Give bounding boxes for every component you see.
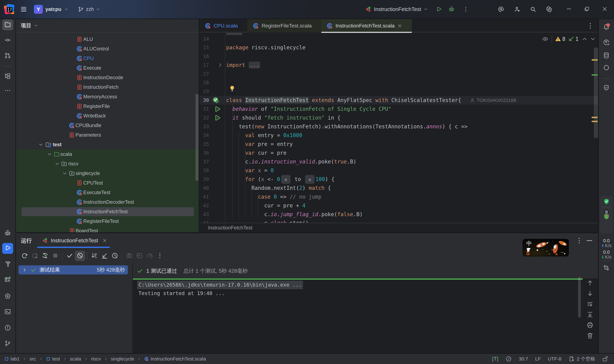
run-toolbar-stop[interactable] bbox=[50, 251, 60, 261]
translate-plugin-badge[interactable]: [T] bbox=[492, 356, 498, 362]
tree-item-ALUControl[interactable]: ALUControl bbox=[16, 44, 199, 54]
tree-item-Parameters[interactable]: Parameters bbox=[16, 130, 199, 140]
run-toolbar-rerun[interactable] bbox=[19, 251, 30, 261]
line-separator[interactable]: LF bbox=[535, 356, 541, 362]
status-crumb-riscv[interactable]: riscv bbox=[91, 356, 101, 362]
tree-item-ALU[interactable]: ALU bbox=[16, 35, 199, 44]
test-passed-gutter-icon[interactable] bbox=[212, 96, 220, 104]
status-crumb-InstructionFetchTest.scala[interactable]: InstructionFetchTest.scala bbox=[144, 356, 206, 362]
caret-position[interactable]: 30:7 bbox=[519, 356, 528, 362]
code-editor[interactable]: 1415package riscv.singlecycle1617import.… bbox=[199, 33, 598, 223]
console-print[interactable] bbox=[586, 322, 594, 329]
tool-stripe-ai-assistant[interactable] bbox=[601, 37, 612, 48]
console-scrollbar[interactable] bbox=[578, 277, 581, 318]
tree-item-CPU[interactable]: CPU bbox=[16, 54, 199, 63]
console-output[interactable]: C:\Users\26586\.jdks\temurin-17.0.16\bin… bbox=[133, 280, 598, 355]
console-clear[interactable] bbox=[586, 332, 594, 339]
tree-item-ExecuteTest[interactable]: ExecuteTest bbox=[16, 188, 199, 197]
folded-imports[interactable]: ... bbox=[249, 62, 260, 68]
run-toolbar-show-passed[interactable] bbox=[65, 251, 75, 261]
test-result-row[interactable]: 测试结果 5秒 428毫秒 bbox=[18, 265, 128, 274]
console-scroll-down[interactable] bbox=[586, 290, 594, 297]
main-menu-button[interactable] bbox=[18, 3, 30, 15]
file-encoding[interactable]: UTF-8 bbox=[548, 356, 561, 362]
chevron-down-icon[interactable] bbox=[38, 142, 43, 147]
tree-item-CPUBundle[interactable]: CPUBundle bbox=[16, 121, 199, 130]
tree-item-riscv[interactable]: riscv bbox=[16, 159, 199, 169]
tool-stripe-terminal[interactable] bbox=[2, 307, 13, 317]
run-toolbar-rerun-failed[interactable] bbox=[30, 251, 40, 261]
analyzer-status-icon[interactable] bbox=[505, 356, 512, 362]
run-tab[interactable]: InstructionFetchTest bbox=[37, 233, 110, 248]
tree-item-scala[interactable]: scala bbox=[16, 149, 199, 159]
status-crumb-test[interactable]: test bbox=[46, 356, 60, 362]
tree-item-MemoryAccess[interactable]: MemoryAccess bbox=[16, 92, 199, 102]
run-toolbar-profiler[interactable] bbox=[145, 251, 155, 261]
settings-button[interactable] bbox=[541, 3, 557, 15]
tool-stripe-commit[interactable] bbox=[2, 35, 13, 46]
editor-tab-CPU.scala[interactable]: CPU.scala bbox=[199, 19, 247, 32]
status-crumb-scala[interactable]: scala bbox=[70, 356, 81, 362]
editor-tab-RegisterFileTest.scala[interactable]: RegisterFileTest.scala bbox=[247, 19, 321, 32]
tool-stripe-screenshot[interactable] bbox=[601, 263, 612, 273]
tool-stripe-run[interactable] bbox=[2, 243, 13, 254]
run-toolbar-sort-by-duration[interactable] bbox=[89, 251, 99, 261]
tool-stripe-problems[interactable] bbox=[2, 323, 13, 334]
tree-item-singlecycle[interactable]: singlecycle bbox=[16, 169, 199, 178]
run-test-gutter-icon[interactable] bbox=[213, 114, 221, 121]
tree-item-CPUTest[interactable]: CPUTest bbox=[16, 178, 199, 188]
run-test-gutter-icon[interactable] bbox=[213, 105, 221, 113]
ai-assistant-button[interactable] bbox=[493, 3, 509, 15]
chevron-down-icon[interactable] bbox=[47, 152, 52, 157]
tool-stripe-run-anything[interactable] bbox=[2, 291, 13, 302]
run-config-widget[interactable]: InstructionFetchTest bbox=[365, 6, 428, 13]
eye-icon[interactable] bbox=[542, 36, 548, 42]
tool-stripe-structure[interactable] bbox=[2, 71, 13, 82]
tool-stripe-project[interactable] bbox=[2, 19, 13, 30]
tree-item-InstructionFetchTest[interactable]: InstructionFetchTest bbox=[16, 207, 199, 217]
tool-stripe-build[interactable] bbox=[2, 259, 13, 270]
editor-scrollbar[interactable] bbox=[594, 48, 598, 138]
chevron-down-icon[interactable] bbox=[55, 161, 60, 167]
chevron-down-icon[interactable] bbox=[62, 171, 68, 176]
tree-item-InstructionDecoderTest[interactable]: InstructionDecoderTest bbox=[16, 197, 199, 207]
trusted-project-badge[interactable] bbox=[603, 198, 610, 205]
run-toolbar-show-ignored[interactable] bbox=[75, 251, 85, 261]
debug-button[interactable] bbox=[446, 3, 458, 15]
prev-problem-button[interactable] bbox=[581, 36, 588, 42]
tree-item-Execute[interactable]: Execute bbox=[16, 63, 199, 73]
run-toolbar-collapse-all[interactable] bbox=[99, 251, 110, 261]
run-button[interactable] bbox=[433, 3, 445, 15]
inspections-widget[interactable]: 8 1 bbox=[542, 34, 596, 44]
status-crumb-lab1[interactable]: lab1 bbox=[4, 356, 20, 362]
tool-stripe-services[interactable] bbox=[2, 274, 13, 285]
intention-bulb-icon[interactable] bbox=[228, 85, 236, 92]
minimize-button[interactable] bbox=[560, 0, 578, 19]
tool-stripe-pull-requests[interactable] bbox=[2, 51, 13, 61]
run-toolbar-import-tests[interactable] bbox=[134, 251, 145, 261]
maximize-button[interactable] bbox=[578, 0, 596, 19]
tree-item-InstructionDecode[interactable]: InstructionDecode bbox=[16, 73, 199, 82]
tree-item-RegisterFileTest[interactable]: RegisterFileTest bbox=[16, 217, 199, 226]
tool-stripe-notifications[interactable] bbox=[601, 22, 612, 33]
code-with-me-button[interactable] bbox=[509, 3, 525, 15]
search-everywhere-button[interactable] bbox=[525, 3, 541, 15]
breadcrumb-item[interactable]: InstructionFetchTest bbox=[208, 225, 252, 231]
run-panel-options-button[interactable] bbox=[575, 237, 583, 244]
status-crumb-singlecycle[interactable]: singlecycle bbox=[111, 356, 134, 362]
status-crumb-src[interactable]: src bbox=[29, 356, 36, 362]
tree-item-InstructionFetch[interactable]: InstructionFetch bbox=[16, 82, 199, 92]
tree-item-BoardTest[interactable]: BoardTest bbox=[16, 226, 199, 232]
tool-stripe-database[interactable] bbox=[601, 50, 612, 61]
ime-status-window[interactable]: 中 S bbox=[523, 239, 569, 257]
tool-stripe-version-control[interactable] bbox=[2, 338, 13, 349]
chevron-right-icon[interactable] bbox=[22, 267, 27, 273]
run-toolbar-test-history[interactable] bbox=[110, 251, 120, 261]
indent-widget[interactable]: 2 个空格 bbox=[568, 356, 595, 362]
console-soft-wrap[interactable] bbox=[586, 300, 594, 308]
run-toolbar-more[interactable] bbox=[155, 251, 165, 261]
run-panel-hide-button[interactable] bbox=[586, 237, 593, 244]
close-icon[interactable] bbox=[102, 238, 107, 243]
tool-stripe-debug[interactable] bbox=[2, 228, 13, 239]
project-panel-header[interactable]: 项目 bbox=[16, 19, 199, 32]
